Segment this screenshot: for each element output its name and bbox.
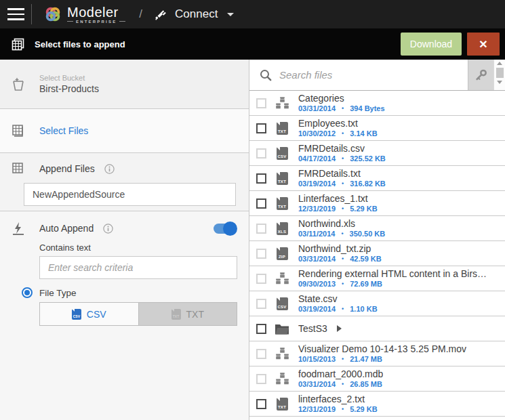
file-checkbox[interactable] [256, 324, 266, 334]
append-tables-icon [11, 37, 25, 51]
file-size: 42.59 KB [350, 254, 381, 264]
file-size: 325.52 KB [350, 154, 386, 163]
file-date: 03/19/2014 [298, 304, 336, 314]
bucket-icon [11, 76, 26, 92]
append-files-section: Append Files [0, 153, 249, 211]
dataset-cubes-icon [275, 347, 289, 360]
file-type-csv-button[interactable]: CSV CSV [40, 303, 139, 325]
connect-icon [153, 7, 168, 22]
brand-name: Modeler [67, 5, 125, 19]
file-name: Northwind_txt.zip [298, 243, 371, 254]
file-checkbox[interactable] [256, 173, 266, 184]
file-date: 03/31/2014 [298, 104, 336, 113]
file-checkbox[interactable] [256, 274, 266, 284]
file-row[interactable]: TXT linterfaces_2.txt [249, 392, 505, 417]
file-type-icon: TXT [277, 172, 288, 185]
file-checkbox[interactable] [256, 374, 266, 384]
file-type-txt-button[interactable]: TXT TXT [139, 303, 237, 325]
dataset-cubes-icon [275, 96, 289, 110]
search-bar [249, 60, 505, 91]
close-button[interactable]: ✕ [467, 33, 500, 56]
file-date: 04/17/2014 [298, 154, 336, 163]
file-type-icon: XLS [277, 222, 288, 235]
meta-separator: • [342, 104, 344, 113]
append-source-name-input[interactable] [24, 183, 236, 206]
dataset-cubes-icon [275, 272, 289, 285]
auto-append-bolt-icon [11, 221, 26, 236]
meta-separator: • [342, 354, 344, 364]
scroll-down-icon[interactable] [497, 81, 502, 84]
file-name: Categories [298, 93, 344, 104]
file-checkbox[interactable] [256, 249, 266, 259]
meta-separator: • [342, 404, 344, 414]
dataset-cubes-icon [275, 372, 289, 385]
file-size: 26.85 MB [350, 379, 382, 389]
meta-separator: • [342, 279, 344, 289]
file-type-radio[interactable] [22, 287, 33, 298]
file-checkbox[interactable] [256, 148, 266, 159]
file-date: 03/31/2014 [298, 379, 336, 389]
file-checkbox[interactable] [256, 349, 266, 359]
connect-menu[interactable]: Connect [153, 7, 234, 22]
file-name: Linterfaces_1.txt [298, 193, 368, 204]
file-type-icon: CSV [277, 297, 288, 310]
info-icon[interactable] [103, 224, 113, 234]
file-row[interactable]: Categories 03/31/2014 • 394 Bytes [249, 91, 505, 116]
select-files-link[interactable]: Select Files [39, 125, 88, 136]
advanced-search-button[interactable] [468, 60, 493, 90]
info-icon[interactable] [104, 164, 115, 174]
file-row[interactable]: CSV FMRDetails.csv [249, 141, 505, 166]
scroll-up-icon[interactable] [497, 62, 502, 65]
connect-label: Connect [175, 7, 218, 21]
contains-text-input[interactable] [39, 256, 237, 279]
file-checkbox[interactable] [256, 98, 266, 108]
meta-separator: • [341, 229, 343, 238]
file-checkbox[interactable] [256, 299, 266, 309]
file-row[interactable]: TXT Employees.txt [249, 116, 505, 141]
dialog-title: Select files to append [35, 39, 125, 49]
file-row[interactable]: TXT FMRDetails.txt [249, 166, 505, 191]
file-size: 394 Bytes [350, 104, 384, 113]
file-row[interactable]: XLS Northwind.xls [249, 216, 505, 241]
file-type-icon: TXT [277, 398, 288, 411]
select-bucket-section[interactable]: Select Bucket Birst-Products [0, 60, 249, 109]
expand-arrow-icon[interactable] [337, 325, 342, 332]
meta-separator: • [342, 254, 344, 264]
select-bucket-label: Select Bucket [39, 73, 99, 83]
file-meta: 03/31/2014 • 42.59 KB [298, 254, 382, 264]
file-row[interactable]: TXT Linterfaces_1.txt [249, 191, 505, 216]
select-files-section[interactable]: Select Files [0, 109, 249, 153]
file-row[interactable]: Visualizer Demo 10-14-13 5.25 PM.mov 10/… [249, 341, 505, 366]
file-size: 21.47 MB [350, 354, 382, 364]
action-bar: Select files to append Download ✕ [0, 28, 505, 60]
file-checkbox[interactable] [256, 399, 266, 409]
decorative-line [67, 21, 73, 22]
file-meta: 03/31/2014 • 394 Bytes [298, 104, 385, 113]
brand-subtitle: ENTERPRISE [76, 20, 117, 24]
table-grid-icon [11, 161, 26, 176]
file-row[interactable]: foodmart_2000.mdb 03/31/2014 • 26.85 MB [249, 366, 505, 392]
file-row[interactable]: Rendering external HTML content in a Bir… [249, 266, 505, 291]
file-date: 03/19/2014 [298, 179, 336, 188]
search-input[interactable] [272, 60, 468, 90]
file-checkbox[interactable] [256, 123, 266, 133]
file-size: 5.29 KB [350, 404, 377, 414]
auto-append-toggle[interactable] [214, 224, 235, 234]
scroll-thumb[interactable] [496, 68, 504, 78]
close-icon: ✕ [479, 39, 487, 50]
knot-logo-icon [44, 5, 62, 23]
file-name: Visualizer Demo 10-14-13 5.25 PM.mov [298, 343, 466, 354]
file-checkbox[interactable] [256, 224, 266, 234]
file-date: 10/15/2013 [298, 354, 336, 364]
download-button[interactable]: Download [401, 33, 462, 56]
hamburger-menu-icon[interactable] [0, 8, 31, 20]
file-name: FMRDetails.txt [298, 168, 361, 179]
file-row[interactable]: CSV State.csv [249, 291, 505, 316]
meta-separator: • [342, 154, 344, 163]
scrollbar[interactable] [493, 60, 505, 90]
meta-separator: • [342, 179, 344, 188]
file-name: TestS3 [298, 323, 327, 334]
file-checkbox[interactable] [256, 198, 266, 209]
file-row[interactable]: ZIP Northwind_txt.zip [249, 241, 505, 266]
file-row[interactable]: TestS3 [249, 316, 505, 341]
